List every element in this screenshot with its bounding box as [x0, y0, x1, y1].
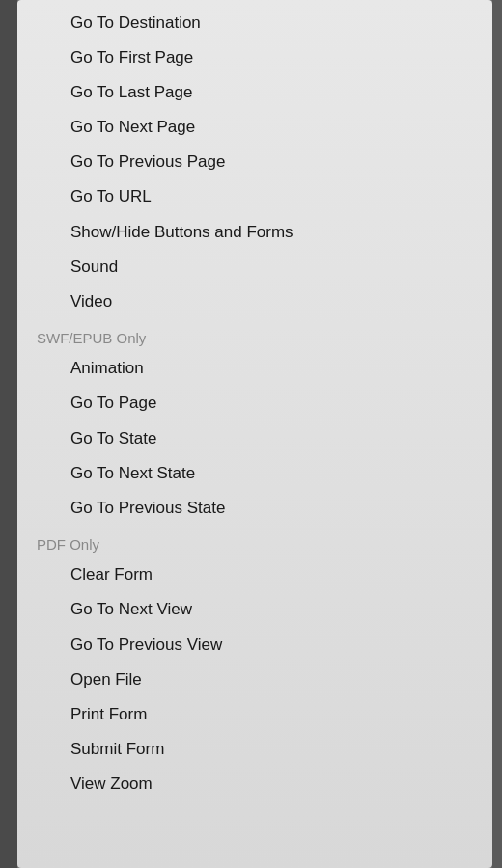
menu-item-go-to-next-state[interactable]: Go To Next State — [17, 456, 492, 491]
menu-item-view-zoom[interactable]: View Zoom — [17, 767, 492, 801]
menu-item-go-to-previous-view[interactable]: Go To Previous View — [17, 628, 492, 663]
menu-item-go-to-url[interactable]: Go To URL — [17, 179, 492, 214]
left-bar — [0, 0, 17, 868]
menu-item-go-to-destination[interactable]: Go To Destination — [17, 6, 492, 41]
right-bar — [492, 0, 502, 868]
background: Go To DestinationGo To First PageGo To L… — [0, 0, 502, 868]
menu-item-go-to-last-page[interactable]: Go To Last Page — [17, 75, 492, 110]
menu-item-open-file[interactable]: Open File — [17, 663, 492, 697]
menu-item-go-to-first-page[interactable]: Go To First Page — [17, 41, 492, 75]
menu-item-print-form[interactable]: Print Form — [17, 697, 492, 732]
menu-item-sound[interactable]: Sound — [17, 250, 492, 285]
menu-item-submit-form[interactable]: Submit Form — [17, 732, 492, 767]
menu-item-clear-form[interactable]: Clear Form — [17, 557, 492, 592]
menu-item-go-to-previous-state[interactable]: Go To Previous State — [17, 491, 492, 526]
section-header-pdf: PDF Only — [17, 526, 492, 558]
dropdown-panel: Go To DestinationGo To First PageGo To L… — [17, 0, 492, 868]
menu-list: Go To DestinationGo To First PageGo To L… — [17, 0, 492, 807]
menu-item-go-to-next-view[interactable]: Go To Next View — [17, 592, 492, 627]
menu-item-animation[interactable]: Animation — [17, 351, 492, 386]
menu-item-show-hide-buttons[interactable]: Show/Hide Buttons and Forms — [17, 215, 492, 250]
menu-item-video[interactable]: Video — [17, 285, 492, 319]
menu-item-go-to-next-page[interactable]: Go To Next Page — [17, 110, 492, 145]
menu-item-go-to-previous-page[interactable]: Go To Previous Page — [17, 145, 492, 179]
menu-item-go-to-page[interactable]: Go To Page — [17, 386, 492, 420]
section-header-swf: SWF/EPUB Only — [17, 319, 492, 352]
menu-item-go-to-state[interactable]: Go To State — [17, 421, 492, 456]
